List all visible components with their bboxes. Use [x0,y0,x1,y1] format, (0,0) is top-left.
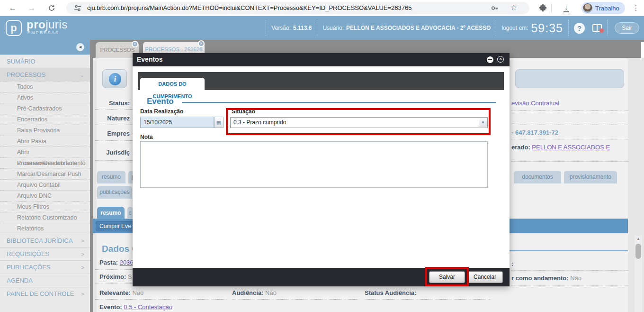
sidebar-item-label: PUBLICAÇÕES [7,264,50,271]
tabbar-notch [641,42,644,58]
sidebar-item-label: PAINEL DE CONTROLE [7,290,74,297]
tab-resumo-active[interactable]: resumo [97,207,125,219]
nota-textarea[interactable] [140,141,488,188]
relevante-label: Relevante: [99,289,131,296]
logout-timer: 59:35 [531,21,563,35]
colon-fragment: : [511,260,513,267]
sidebar-item-processos[interactable]: PROCESSOS⌄ [0,68,90,81]
tab-publicacoes[interactable]: publicações [97,186,132,199]
tab-documentos[interactable]: documentos [514,171,561,184]
chevron-down-icon: ⌄ [80,68,84,82]
chevron-right-icon: > [81,234,84,248]
cancelar-button[interactable]: Cancelar [467,271,503,283]
reload-icon[interactable] [45,2,58,14]
sidebar-item-requisicoes[interactable]: REQUISIÇÕES> [0,247,90,260]
proximo-label: Próximo: [99,273,126,280]
tab-provisionamento[interactable]: provisionamento [564,171,617,184]
natureza-label: Naturez [95,115,130,122]
password-key-icon[interactable] [491,4,499,14]
pasta-row: Pasta: 2036 [99,259,134,266]
header-divider [317,20,317,36]
profile-chip[interactable]: Trabalho [581,2,625,14]
sidebar-item-relatorios[interactable]: Relatórios [0,223,90,234]
bookmark-star-icon[interactable]: ☆ [510,3,517,12]
sidebar-item-baixa-provisoria[interactable]: Baixa Provisória [0,125,90,136]
pasta-link[interactable]: 2036 [120,259,134,266]
close-tab-icon[interactable]: ✕ [198,40,205,47]
extensions-icon[interactable] [539,4,547,14]
header-right: Versão: 5.113.6 Usuário: PELLON E ASSOCI… [260,16,644,40]
chevron-right-icon: > [81,287,84,301]
download-icon[interactable]: ↓ [564,2,569,12]
sidebar-item-abrir-processo[interactable]: Abrir Processo/Desdobramento [0,147,90,157]
sidebar-item-encerrados[interactable]: Encerrados [0,114,90,125]
header-info-box [515,69,624,88]
sidebar-collapse-icon[interactable]: ◄ [76,43,84,51]
sidebar-item-publicacoes[interactable]: PUBLICAÇÕES> [0,260,90,274]
sidebar-item-agenda[interactable]: AGENDA [0,274,90,287]
data-realizacao-input[interactable] [140,117,214,128]
chevron-right-icon: > [81,248,84,261]
scrollbar[interactable]: ▲ [635,236,642,312]
scrollbar-thumb[interactable] [635,244,641,259]
doc-number-text: - 647.817.391-72 [511,129,558,136]
info-icon: i [109,73,121,85]
forward-icon[interactable]: → [26,2,38,14]
brand-light: juris [45,18,68,31]
sidebar-item-ativos[interactable]: Ativos [0,92,90,103]
modal-header[interactable]: Eventos ✕ [133,53,510,66]
header-divider [496,20,496,36]
proximo-row: Próximo: S [99,273,132,280]
scroll-up-icon[interactable]: ▲ [635,237,642,241]
sidebar-item-marcar-push[interactable]: Marcar/Desmarcar Push [0,168,90,179]
revisao-contratual-link[interactable]: evisão Contratual [511,100,559,107]
browser-toolbar: ← → cju.brb.com.br/projuris/MainAction.d… [0,0,644,16]
sidebar-item-biblioteca[interactable]: BIBLIOTECA JURÍDICA> [0,234,90,247]
close-tab-icon[interactable]: ✕ [132,41,138,47]
version-value: 5.113.6 [293,25,312,31]
sidebar-item-arquivo-dnc[interactable]: Arquivo DNC [0,190,90,201]
sidebar-top-strip: ◄ [0,40,90,55]
url-text[interactable]: cju.brb.com.br/projuris/MainAction.do?ME… [87,4,411,11]
evento-link[interactable]: 0.5 - Contestação [124,303,172,311]
back-icon[interactable]: ← [7,2,19,14]
sidebar-item-label: PROCESSOS [7,71,45,78]
tab-dados-cumprimento[interactable]: DADOS DO CUMPRIMENTO [140,78,205,90]
sidebar-item-abrir-pasta[interactable]: Abrir Pasta [0,136,90,147]
pasta-label: Pasta: [99,259,118,266]
close-icon[interactable]: ✕ [497,56,504,63]
tab-resumo-outer[interactable]: resumo [97,171,125,184]
relevante-row: Relevante: Não [99,289,143,296]
kebab-menu-icon[interactable]: ⋮ [630,2,642,14]
sidebar-item-pre-cadastrados[interactable]: Pré-Cadastrados [0,103,90,114]
section-divider [182,102,496,103]
tab-partial-c[interactable]: c [127,207,133,219]
andamento-value: Não [570,275,581,282]
audiencia-label: Audiência: [232,289,263,296]
sidebar-item-painel-controle[interactable]: PAINEL DE CONTROLE> [0,287,90,300]
sidebar-item-meus-filtros[interactable]: Meus Filtros [0,201,90,212]
url-bar[interactable]: cju.brb.com.br/projuris/MainAction.do?ME… [66,2,529,14]
chevron-right-icon: > [81,261,84,274]
info-button[interactable]: i [102,69,127,88]
sidebar-item-encerramento-lote[interactable]: Encerramento em Lote [0,157,90,168]
screen: ← → cju.brb.com.br/projuris/MainAction.d… [0,0,644,312]
cumprir-evento-button[interactable]: Cumprir Eve [96,221,134,231]
calendar-icon[interactable]: ▦ [214,117,224,128]
header-divider [607,20,608,36]
sair-button[interactable]: Sair [615,22,639,34]
pellon-link[interactable]: PELLON E ASSOCIADOS E [532,144,610,151]
minimize-icon[interactable] [487,56,493,63]
site-info-icon[interactable] [74,5,81,13]
link-text[interactable]: evisão Contratual [511,100,559,107]
sidebar-item-todos[interactable]: Todos [0,81,90,92]
help-icon[interactable]: ? [574,23,585,34]
sidebar-item-arquivo-contabil[interactable]: Arquivo Contábil [0,179,90,190]
projuris-logo-icon[interactable]: p [6,20,22,36]
sidebar-item-sumario[interactable]: SUMÁRIO [0,55,90,68]
avatar [583,3,592,13]
andamento-label: r como andamento: [511,275,569,282]
logout-label: logout em: [501,25,528,31]
gift-notifications-icon[interactable] [592,24,602,32]
sidebar-item-relatorio-customizado[interactable]: Relatório Customizado [0,212,90,223]
